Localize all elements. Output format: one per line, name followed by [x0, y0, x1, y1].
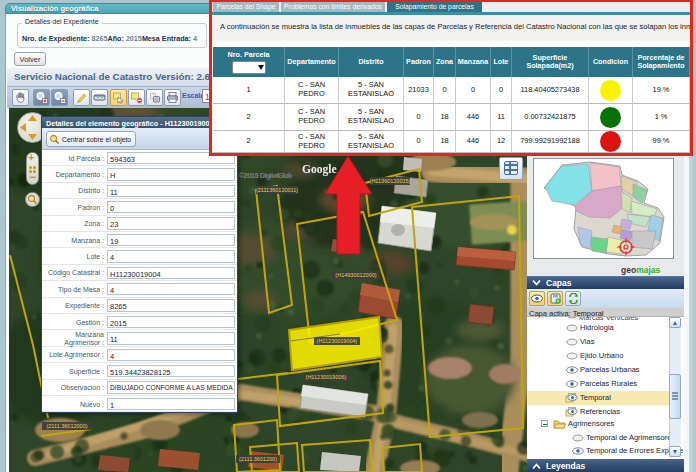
svg-text:(H14930012000): (H14930012000) [335, 272, 376, 278]
svg-text:(2111360120011): (2111360120011) [256, 187, 298, 193]
svg-text:©2015 DigitalGlob: ©2015 DigitalGlob [239, 172, 292, 180]
svg-text:(H11360120015): (H11360120015) [370, 178, 411, 184]
svg-text:(H11230019006): (H11230019006) [306, 374, 347, 380]
svg-text:Google: Google [302, 163, 337, 176]
svg-text:(2111.36012000): (2111.36012000) [46, 423, 87, 429]
svg-text:(H11230019004): (H11230019004) [317, 338, 358, 344]
svg-text:(2111.3601200): (2111.3601200) [239, 456, 277, 462]
